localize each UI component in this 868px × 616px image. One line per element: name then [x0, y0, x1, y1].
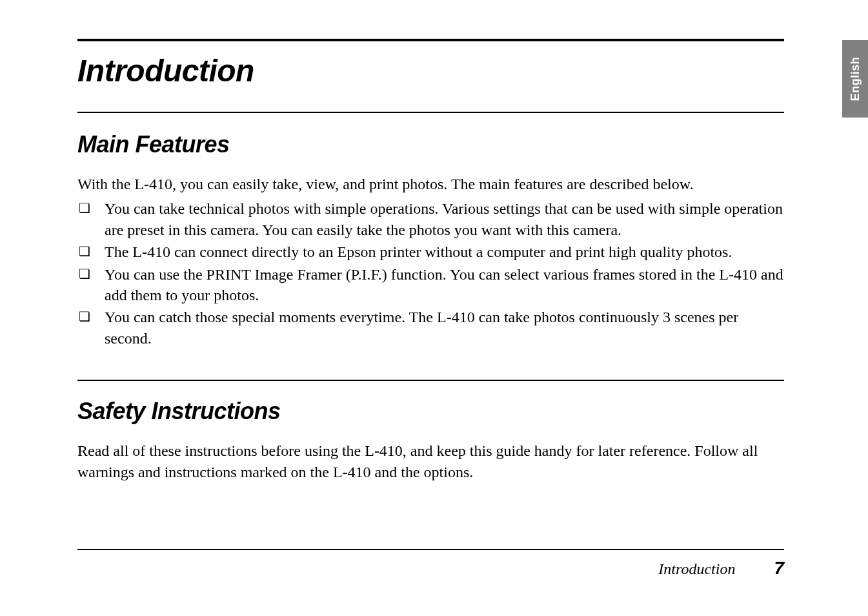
list-item: ❏ You can catch those special moments ev…: [77, 307, 784, 349]
footer-section-name: Introduction: [658, 560, 735, 578]
bullet-text: The L-410 can connect directly to an Eps…: [105, 241, 784, 262]
footer-rule: [77, 549, 784, 550]
safety-body: Read all of these instructions before us…: [77, 440, 784, 482]
main-features-list: ❏ You can take technical photos with sim…: [77, 198, 784, 349]
footer-page-number: 7: [774, 558, 784, 579]
page-content: Introduction Main Features With the L-41…: [0, 0, 868, 482]
main-features-intro: With the L-410, you can easily take, vie…: [77, 174, 784, 194]
language-tab: English: [842, 40, 868, 118]
list-item: ❏ The L-410 can connect directly to an E…: [77, 241, 784, 262]
section-heading-safety: Safety Instructions: [77, 398, 784, 425]
bullet-text: You can use the PRINT Image Framer (P.I.…: [105, 264, 784, 306]
bullet-icon: ❏: [77, 307, 105, 326]
section-rule-safety: [77, 380, 784, 381]
bullet-icon: ❏: [77, 198, 105, 218]
chapter-top-rule: [77, 39, 784, 41]
footer-content: Introduction 7: [77, 558, 784, 579]
language-tab-label: English: [849, 57, 862, 101]
bullet-text: You can catch those special moments ever…: [105, 307, 784, 349]
chapter-title: Introduction: [77, 53, 784, 88]
list-item: ❏ You can use the PRINT Image Framer (P.…: [77, 264, 784, 306]
bullet-text: You can take technical photos with simpl…: [105, 198, 784, 240]
page-footer: Introduction 7: [77, 549, 784, 579]
bullet-icon: ❏: [77, 241, 105, 261]
bullet-icon: ❏: [77, 264, 105, 283]
section-heading-main-features: Main Features: [77, 131, 784, 158]
chapter-bottom-rule: [77, 112, 784, 113]
list-item: ❏ You can take technical photos with sim…: [77, 198, 784, 240]
